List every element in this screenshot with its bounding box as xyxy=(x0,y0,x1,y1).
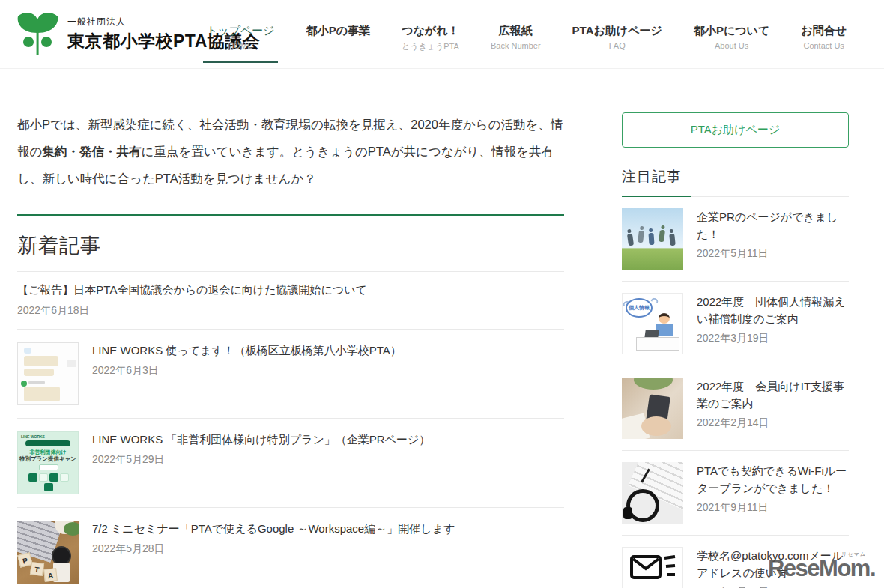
article-date: 2021年9月11日 xyxy=(697,501,849,515)
banner-pill xyxy=(25,440,70,446)
nav-item-newsletter[interactable]: 広報紙 Back Number xyxy=(488,24,544,63)
nav-item-faq[interactable]: PTAお助けページ FAQ xyxy=(569,24,665,63)
line-works-banner-thumbnail[interactable]: LINE WORKS 非営利団体向け 特別プラン提供キャンペーン xyxy=(17,431,79,494)
pta-help-page-button[interactable]: PTAお助けページ xyxy=(622,112,849,148)
article-date: 2021年2月21日 xyxy=(697,586,849,588)
plant xyxy=(64,522,79,536)
people-jumping-thumbnail[interactable] xyxy=(622,208,683,270)
resemom-watermark: リセマム ReseMom. xyxy=(768,555,875,582)
article-date: 2022年6月18日 xyxy=(17,304,564,318)
article-title-link[interactable]: LINE WORKS 使ってます！（板橋区立板橋第八小学校PTA） xyxy=(92,342,402,360)
nav-item-tsunagare[interactable]: つながれ！ とうきょうPTA xyxy=(399,24,462,63)
article-date: 2022年2月14日 xyxy=(697,416,849,430)
featured-section-heading: 注目記事 xyxy=(622,167,849,197)
laptop-pta-thumbnail[interactable]: P T A xyxy=(17,521,79,584)
headset-keyboard-thumbnail[interactable] xyxy=(622,462,683,524)
news-article-row[interactable]: LINE WORKS 使ってます！（板橋区立板橋第八小学校PTA） 2022年6… xyxy=(17,329,564,418)
news-article-row[interactable]: P T A 7/2 ミニセミナー「PTAで使えるGoogle ～Workspac… xyxy=(17,507,564,588)
featured-article-row[interactable]: 個人情報 2022年度 団体個人情報漏えい補償制度のご案内 2022年3月19日 xyxy=(622,282,849,366)
nav-item-home[interactable]: トップページ HOME xyxy=(203,24,278,63)
envelope-icon xyxy=(623,548,682,588)
article-title-link[interactable]: 2022年度 団体個人情報漏えい補償制度のご案内 xyxy=(697,293,849,328)
nav-item-about[interactable]: 都小Pについて About Us xyxy=(691,24,772,63)
article-date: 2022年6月3日 xyxy=(92,364,402,378)
main-navigation: トップページ HOME 都小Pの事業 つながれ！ とうきょうPTA 広報紙 Ba… xyxy=(203,0,850,63)
article-title-link[interactable]: LINE WORKS 「非営利団体様向け特別プラン」（企業PRページ） xyxy=(92,431,430,449)
article-date: 2022年5月29日 xyxy=(92,453,430,467)
article-title-link[interactable]: 【ご報告】日本PTA全国協議会からの退会に向けた協議開始について xyxy=(17,282,564,299)
article-title-link[interactable]: 7/2 ミニセミナー「PTAで使えるGoogle ～Workspace編～」開催… xyxy=(92,521,455,538)
article-title-link[interactable]: 2022年度 会員向けIT支援事業のご案内 xyxy=(697,378,849,413)
news-article-row[interactable]: 【ご報告】日本PTA全国協議会からの退会に向けた協議開始について 2022年6月… xyxy=(17,271,564,329)
featured-article-row[interactable]: 2022年度 会員向けIT支援事業のご案内 2022年2月14日 xyxy=(622,366,849,451)
news-article-row[interactable]: LINE WORKS 非営利団体向け 特別プラン提供キャンペーン LINE WO… xyxy=(17,418,564,507)
featured-article-row[interactable]: PTAでも契約できるWi-Fiルータープランができました！ 2021年9月11日 xyxy=(622,451,849,536)
chat-avatar-dot xyxy=(21,381,27,387)
article-title-link[interactable]: PTAでも契約できるWi-Fiルータープランができました！ xyxy=(697,462,849,497)
banner-mini-button xyxy=(39,464,58,470)
article-date: 2022年5月28日 xyxy=(92,542,455,556)
headset-earcup xyxy=(623,507,632,519)
line-chat-thumbnail[interactable] xyxy=(17,342,79,405)
smartphone-hands-thumbnail[interactable] xyxy=(622,378,683,439)
ginkgo-leaf-logo-icon xyxy=(15,7,61,61)
intro-paragraph: 都小Pでは、新型感染症に続く、社会活動・教育現場の転換を見据え、2020年度から… xyxy=(17,111,564,192)
green-section-divider xyxy=(17,214,564,216)
article-title-link[interactable]: 企業PRのページができました！ xyxy=(697,208,849,243)
banner-people-grid xyxy=(24,473,73,491)
sidebar: PTAお助けページ 注目記事 企業PRのページができました！ 2022年5月11… xyxy=(622,112,849,588)
news-section-heading: 新着記事 xyxy=(17,232,564,259)
article-date: 2022年5月11日 xyxy=(697,247,849,261)
nav-item-projects[interactable]: 都小Pの事業 xyxy=(303,24,373,63)
personal-info-illustration-thumbnail[interactable]: 個人情報 xyxy=(622,293,683,354)
article-date: 2022年3月19日 xyxy=(697,332,849,345)
nav-item-contact[interactable]: お問合せ Contact Us xyxy=(798,24,850,63)
main-content: 都小Pでは、新型感染症に続く、社会活動・教育現場の転換を見据え、2020年度から… xyxy=(17,105,564,588)
featured-article-row[interactable]: 企業PRのページができました！ 2022年5月11日 xyxy=(622,197,849,282)
email-envelope-thumbnail[interactable]: xxx@ptatokyo.com xyxy=(622,547,683,588)
site-header: 一般社団法人 東京都小学校PTA協議会 トップページ HOME 都小Pの事業 つ… xyxy=(0,0,884,69)
greenery xyxy=(634,378,673,390)
